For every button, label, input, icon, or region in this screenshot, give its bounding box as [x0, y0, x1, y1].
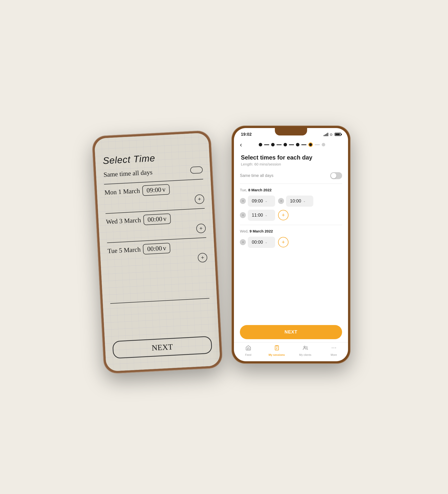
next-button[interactable]: NEXT	[240, 325, 342, 339]
sketch-time-box-2[interactable]: 00:00v	[143, 213, 171, 225]
sketch-day-label-1: Mon 1 March	[104, 187, 140, 196]
page-title: Select times for each day	[241, 154, 341, 161]
chevron-down-icon-2: ⌄	[303, 199, 306, 203]
progress-connector-3	[289, 144, 294, 145]
nav-header: ‹	[234, 139, 348, 152]
progress-connector-1	[264, 144, 269, 145]
page-title-section: Select times for each day Length: 60 min…	[234, 152, 348, 168]
sketch-day-label-2: Wed 3 March	[106, 216, 141, 226]
sketch-same-time-row: Same time all days	[103, 166, 203, 178]
nav-label-more: More	[331, 353, 337, 356]
time-select-4[interactable]: 00:00 ⌄	[248, 237, 275, 248]
time-slot-wrapper-4: 00:00 ⌄	[240, 237, 275, 248]
progress-dot-3	[284, 143, 287, 146]
back-button[interactable]: ‹	[240, 141, 242, 149]
sketch-day-label-3: Tue 5 March	[107, 246, 141, 255]
progress-indicator	[242, 142, 342, 147]
nav-item-clients[interactable]: My clients	[291, 345, 320, 356]
progress-connector-4	[301, 144, 306, 145]
page-subtitle: Length: 60 mins/session	[241, 162, 341, 166]
clipboard-icon	[274, 345, 280, 352]
time-value-1: 09:00	[252, 198, 263, 204]
time-slots-row-1: 09:00 ⌄ 10:00 ⌄	[240, 196, 342, 207]
sketch-add-btn-3[interactable]: +	[198, 253, 208, 263]
nav-label-feed: Feed	[245, 353, 251, 356]
day-section-2: Wed, 9 March 2022 00:00 ⌄ +	[240, 225, 342, 252]
time-select-3[interactable]: 11:00 ⌄	[248, 210, 275, 221]
sketch-title: Select Time	[102, 150, 202, 166]
more-icon	[331, 345, 337, 352]
progress-dot-2	[271, 143, 275, 146]
time-value-4: 00:00	[252, 240, 263, 245]
remove-btn-1[interactable]	[240, 198, 246, 204]
add-time-btn-2[interactable]: +	[278, 237, 288, 247]
progress-dot-4	[296, 143, 299, 146]
nav-label-sessions: My sessions	[269, 353, 285, 356]
sketch-toggle[interactable]	[190, 166, 203, 174]
progress-connector-5	[315, 144, 320, 145]
day-label-2: Wed, 9 March 2022	[240, 229, 342, 233]
toggle-knob	[331, 173, 336, 178]
same-time-label: Same time all days	[240, 173, 273, 178]
add-time-btn-1[interactable]: +	[278, 210, 288, 220]
sketch-time-box-1[interactable]: 09:00v	[142, 184, 170, 196]
sketch-add-btn-2[interactable]: +	[196, 223, 206, 233]
same-time-row: Same time all days	[240, 168, 342, 184]
same-time-toggle[interactable]	[330, 172, 342, 179]
nav-item-more[interactable]: More	[320, 345, 348, 356]
chevron-down-icon-4: ⌄	[265, 240, 267, 244]
time-select-2[interactable]: 10:00 ⌄	[286, 196, 313, 207]
sketch-next-button[interactable]: NEXT	[112, 336, 212, 359]
remove-btn-2[interactable]	[278, 198, 284, 204]
svg-point-1	[304, 346, 305, 348]
nav-item-sessions[interactable]: My sessions	[262, 345, 291, 356]
wifi-icon: ⊙	[330, 132, 333, 136]
progress-dot-6	[322, 143, 325, 146]
remove-btn-4[interactable]	[240, 239, 246, 245]
time-select-1[interactable]: 09:00 ⌄	[248, 196, 275, 207]
day-section-1: Tue, 8 March 2022 09:00 ⌄	[240, 184, 342, 225]
clients-icon	[302, 345, 308, 352]
progress-dot-active	[308, 142, 313, 147]
progress-connector-2	[277, 144, 282, 145]
status-icons: ⊙	[324, 132, 341, 136]
sketch-same-time-label: Same time all days	[103, 167, 188, 179]
home-icon	[245, 345, 251, 352]
time-slot-wrapper-3: 11:00 ⌄	[240, 210, 275, 221]
battery-icon	[335, 133, 341, 136]
right-phone: 19:02 ⊙ ‹	[231, 126, 351, 364]
nav-label-clients: My clients	[299, 353, 311, 356]
time-slots-row-2: 11:00 ⌄ +	[240, 210, 342, 221]
svg-point-3	[333, 347, 334, 348]
time-slots-row-3: 00:00 ⌄ +	[240, 237, 342, 248]
chevron-down-icon-1: ⌄	[265, 199, 267, 203]
scene: Select Time Same time all days Mon 1 Mar…	[26, 24, 422, 470]
notch-right	[275, 128, 307, 135]
left-phone: Select Time Same time all days Mon 1 Mar…	[92, 130, 223, 374]
time-slot-wrapper-1: 09:00 ⌄	[240, 196, 275, 207]
time-slot-wrapper-2: 10:00 ⌄	[278, 196, 313, 207]
content-area: Same time all days Tue, 8 March 2022	[234, 168, 348, 321]
svg-point-2	[332, 347, 332, 348]
signal-icon	[324, 133, 328, 136]
status-time: 19:02	[241, 132, 252, 137]
remove-btn-3[interactable]	[240, 212, 246, 218]
day-label-1: Tue, 8 March 2022	[240, 188, 342, 192]
sketch-time-box-3[interactable]: 00:00v	[143, 243, 171, 255]
time-value-3: 11:00	[252, 213, 263, 218]
svg-point-4	[335, 347, 336, 348]
sketch-add-btn-1[interactable]: +	[194, 194, 204, 204]
bottom-nav: Feed My sessions	[234, 342, 348, 361]
chevron-down-icon-3: ⌄	[265, 213, 267, 217]
time-value-2: 10:00	[290, 198, 301, 204]
nav-item-feed[interactable]: Feed	[234, 345, 262, 356]
progress-dot-1	[259, 143, 262, 146]
next-btn-area: NEXT	[234, 321, 348, 342]
